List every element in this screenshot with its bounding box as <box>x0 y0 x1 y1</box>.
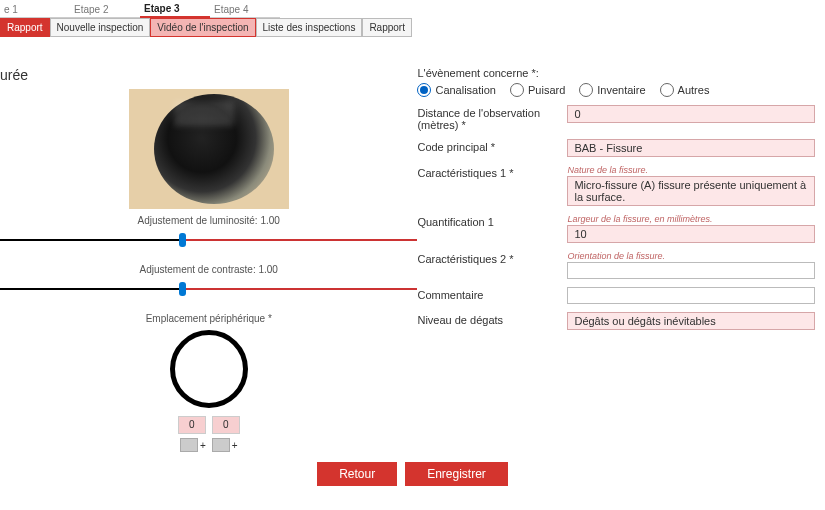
plus-icon: + <box>200 440 206 451</box>
slider-thumb[interactable] <box>179 233 186 247</box>
distance-label: Distance de l'observation (mètres) * <box>417 105 567 131</box>
code-input[interactable]: BAB - Fissure <box>567 139 815 157</box>
quant-label: Quantification 1 <box>417 214 567 228</box>
carac1-input[interactable]: Micro-fissure (A) fissure présente uniqu… <box>567 176 815 206</box>
tab-nouvelle-inspection[interactable]: Nouvelle inspection <box>50 18 151 37</box>
comment-input[interactable] <box>567 287 815 304</box>
stepper-button[interactable] <box>180 438 198 452</box>
step-3[interactable]: Etape 3 <box>140 1 210 18</box>
niveau-label: Niveau de dégats <box>417 312 567 326</box>
plus-icon: + <box>232 440 238 451</box>
coord-b-stepper: + <box>212 438 238 452</box>
event-type-radios: Canalisation Puisard Inventaire Autres <box>417 83 815 97</box>
slider-thumb[interactable] <box>179 282 186 296</box>
step-tabs: e 1 Etape 2 Etape 3 Etape 4 <box>0 0 825 18</box>
peripheral-circle[interactable] <box>170 330 248 408</box>
brightness-label: Adjustement de luminosité: 1.00 <box>138 215 280 226</box>
step-4[interactable]: Etape 4 <box>210 2 280 18</box>
quant-hint: Largeur de la fissure, en millimètres. <box>567 214 815 224</box>
brightness-slider[interactable] <box>0 230 417 250</box>
video-thumbnail[interactable] <box>129 89 289 209</box>
tab-rapport[interactable]: Rapport <box>0 18 50 37</box>
carac1-hint: Nature de la fissure. <box>567 165 815 175</box>
peripheral-label: Emplacement périphérique * <box>146 313 272 324</box>
tab-rapport-2[interactable]: Rapport <box>362 18 412 37</box>
comment-label: Commentaire <box>417 287 567 301</box>
sub-tabs: Rapport Nouvelle inspection Vidéo de l'i… <box>0 18 825 37</box>
code-label: Code principal * <box>417 139 567 153</box>
stepper-button[interactable] <box>212 438 230 452</box>
form-header: L'évènement concerne *: <box>417 67 815 79</box>
radio-inventaire[interactable]: Inventaire <box>579 83 645 97</box>
page-title: urée <box>0 67 28 83</box>
coord-a-stepper: + <box>180 438 206 452</box>
radio-autres[interactable]: Autres <box>660 83 710 97</box>
carac2-label: Caractéristiques 2 * <box>417 251 567 265</box>
carac2-input[interactable] <box>567 262 815 279</box>
coord-a-input[interactable]: 0 <box>178 416 206 434</box>
tab-video-inspection[interactable]: Vidéo de l'inspection <box>150 18 255 37</box>
distance-input[interactable]: 0 <box>567 105 815 123</box>
contrast-slider[interactable] <box>0 279 417 299</box>
radio-puisard[interactable]: Puisard <box>510 83 565 97</box>
step-2[interactable]: Etape 2 <box>70 2 140 18</box>
carac1-label: Caractéristiques 1 * <box>417 165 567 179</box>
save-button[interactable]: Enregistrer <box>405 462 508 486</box>
back-button[interactable]: Retour <box>317 462 397 486</box>
step-1[interactable]: e 1 <box>0 2 70 18</box>
quant-input[interactable]: 10 <box>567 225 815 243</box>
carac2-hint: Orientation de la fissure. <box>567 251 815 261</box>
contrast-label: Adjustement de contraste: 1.00 <box>140 264 278 275</box>
coord-b-input[interactable]: 0 <box>212 416 240 434</box>
niveau-input[interactable]: Dégâts ou dégâts inévitables <box>567 312 815 330</box>
radio-canalisation[interactable]: Canalisation <box>417 83 496 97</box>
tab-liste-inspections[interactable]: Liste des inspections <box>256 18 363 37</box>
